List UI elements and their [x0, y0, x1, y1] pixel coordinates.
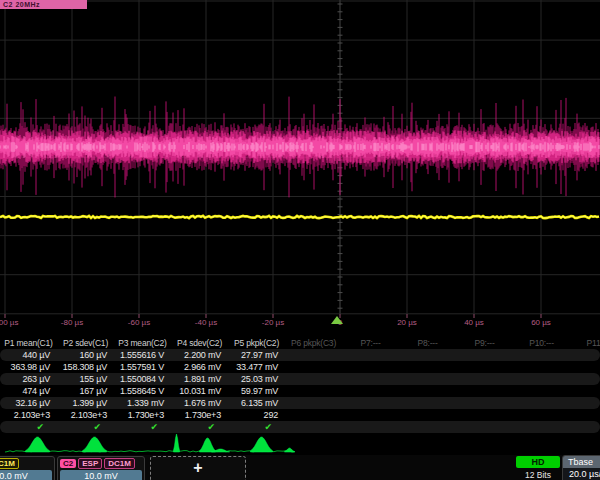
param-value: 6.135 mV	[228, 398, 285, 408]
c1-coupling-chip: DC1M	[0, 458, 19, 469]
param-value: 2.200 mV	[171, 350, 228, 360]
measurement-table: P1 mean(C1)P2 sdev(C1)P3 mean(C2)P4 sdev…	[0, 336, 600, 433]
axis-label: 40 µs	[464, 318, 484, 327]
param-row: 363.98 µV158.308 µV1.557591 V2.966 mV33.…	[0, 361, 600, 373]
param-header[interactable]: P7:---	[342, 338, 399, 348]
param-value: 1.730e+3	[171, 410, 228, 420]
param-value: 1.399 µV	[57, 398, 114, 408]
param-row: 263 µV155 µV1.550084 V1.891 mV25.03 mV	[0, 373, 600, 385]
param-value: 1.676 mV	[171, 398, 228, 408]
param-value: 158.308 µV	[57, 362, 114, 372]
add-trace-button[interactable]: +	[150, 456, 246, 480]
param-header[interactable]: P5 pkpk(C2)	[228, 338, 285, 348]
axis-label: 20 µs	[397, 318, 417, 327]
hd-bits-label: 12 Bits	[516, 470, 560, 480]
trigger-position-icon	[331, 316, 343, 324]
c2-scale-value: 10.0 mV	[60, 470, 142, 480]
param-value: 59.97 mV	[228, 386, 285, 396]
trace-annotation-badge: C2 20MHz	[0, 0, 87, 9]
param-value: 27.97 mV	[228, 350, 285, 360]
c2-badge-chip: ESP	[78, 458, 102, 469]
axis-label: -60 µs	[128, 318, 150, 327]
timebase-label: Tbase	[563, 456, 600, 468]
timebase-value: 20.0 µs/div	[563, 468, 600, 480]
param-header[interactable]: P6 pkpk(C3)	[285, 338, 342, 348]
param-value: 1.730e+3	[114, 410, 171, 420]
param-value: 1.555616 V	[114, 350, 171, 360]
param-row: 474 µV167 µV1.558645 V10.031 mV59.97 mV	[0, 385, 600, 397]
param-value: 33.477 mV	[228, 362, 285, 372]
param-value: 25.03 mV	[228, 374, 285, 384]
param-row: 2.103e+32.103e+31.730e+31.730e+3292	[0, 409, 600, 421]
axis-label: -100 µs	[0, 318, 18, 327]
param-value: 2.966 mV	[171, 362, 228, 372]
c2-label-chip: C2	[60, 459, 76, 468]
hd-mode-badge[interactable]: HD	[516, 456, 560, 468]
axis-label: 60 µs	[531, 318, 551, 327]
param-value: 155 µV	[57, 374, 114, 384]
channel-descriptor-c1[interactable]: C1DC1M 10.0 mV	[0, 456, 55, 480]
param-header[interactable]: P2 sdev(C1)	[57, 338, 114, 348]
param-value: 10.031 mV	[171, 386, 228, 396]
param-value: 32.16 µV	[0, 398, 57, 408]
param-value: 160 µV	[57, 350, 114, 360]
param-row: 440 µV160 µV1.555616 V2.200 mV27.97 mV	[0, 349, 600, 361]
param-value: 440 µV	[0, 350, 57, 360]
parameter-histicons	[0, 431, 600, 455]
channel-descriptor-c2[interactable]: C2ESPDC1M 10.0 mV	[57, 456, 145, 480]
axis-label: -80 µs	[61, 318, 83, 327]
axis-label: -20 µs	[262, 318, 284, 327]
param-value: 474 µV	[0, 386, 57, 396]
param-value: 1.558645 V	[114, 386, 171, 396]
timebase-descriptor[interactable]: Tbase 20.0 µs/div	[562, 455, 600, 480]
param-row: 32.16 µV1.399 µV1.339 mV1.676 mV6.135 mV	[0, 397, 600, 409]
param-value: 363.98 µV	[0, 362, 57, 372]
param-value: 1.339 mV	[114, 398, 171, 408]
descriptor-bar: C1DC1M 10.0 mV C2ESPDC1M 10.0 mV + HD 12…	[0, 455, 600, 480]
param-header[interactable]: P3 mean(C2)	[114, 338, 171, 348]
param-header[interactable]: P9:---	[456, 338, 513, 348]
waveform-grid	[0, 0, 600, 332]
param-value: 1.891 mV	[171, 374, 228, 384]
param-header[interactable]: P4 sdev(C2)	[171, 338, 228, 348]
param-header[interactable]: P1 mean(C1)	[0, 338, 57, 348]
param-value: 1.557591 V	[114, 362, 171, 372]
c1-chip-row: C1DC1M	[0, 458, 52, 469]
c1-scale-value: 10.0 mV	[0, 470, 52, 480]
c2-badge-chip: DC1M	[104, 458, 135, 469]
param-header[interactable]: P10:---	[513, 338, 570, 348]
param-value: 2.103e+3	[0, 410, 57, 420]
c2-chip-row: C2ESPDC1M	[60, 458, 142, 469]
axis-label: -40 µs	[195, 318, 217, 327]
param-value: 167 µV	[57, 386, 114, 396]
param-value: 263 µV	[0, 374, 57, 384]
param-header[interactable]: P8:---	[399, 338, 456, 348]
param-value: 1.550084 V	[114, 374, 171, 384]
param-value: 292	[228, 410, 285, 420]
oscilloscope-screen: C2 20MHz -100 µs-80 µs-60 µs-40 µs-20 µs…	[0, 0, 600, 480]
param-value: 2.103e+3	[57, 410, 114, 420]
param-header[interactable]: P11:---	[570, 338, 600, 348]
